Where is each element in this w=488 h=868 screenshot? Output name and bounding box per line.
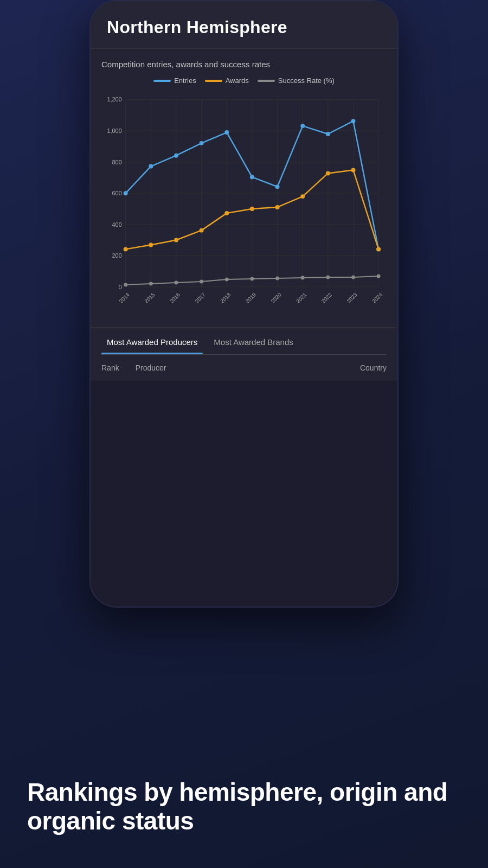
svg-text:200: 200 — [112, 252, 122, 259]
entry-dot-2017 — [200, 141, 204, 145]
phone-wrapper: Northern Hemisphere Competition entries,… — [89, 0, 399, 608]
svg-text:800: 800 — [112, 159, 122, 165]
tabs-row: Most Awarded Producers Most Awarded Bran… — [101, 328, 387, 355]
svg-text:1,000: 1,000 — [107, 127, 121, 134]
col-producer: Producer — [136, 363, 166, 372]
svg-text:2014: 2014 — [118, 291, 131, 304]
header-section: Northern Hemisphere — [91, 1, 397, 49]
chart-section: Competition entries, awards and success … — [91, 49, 397, 327]
entry-dot-2018 — [224, 130, 229, 135]
success-rate-line-icon — [258, 80, 275, 82]
legend-entries: Entries — [153, 76, 196, 85]
bottom-text-section: Rankings by hemisphere, origin and organ… — [0, 608, 488, 868]
entries-label: Entries — [174, 76, 196, 85]
col-country: Country — [360, 363, 387, 372]
sr-dot-2019 — [250, 277, 254, 280]
chart-container: 1,200 1,000 800 600 400 200 0 — [101, 91, 387, 319]
sr-dot-2014 — [124, 283, 127, 286]
tab-most-awarded-producers[interactable]: Most Awarded Producers — [101, 328, 203, 354]
table-header-left: Rank Producer — [101, 363, 166, 372]
award-dot-2017 — [200, 228, 204, 233]
sr-dot-2016 — [174, 280, 178, 284]
award-dot-2016 — [174, 238, 178, 242]
award-dot-2022 — [326, 171, 330, 175]
entry-dot-2021 — [300, 124, 305, 128]
table-header: Rank Producer Country — [91, 355, 397, 381]
svg-text:2023: 2023 — [345, 291, 358, 304]
sr-dot-2024 — [377, 275, 381, 278]
sr-dot-2023 — [351, 276, 355, 279]
tagline: Rankings by hemisphere, origin and organ… — [27, 778, 461, 835]
entry-dot-2023 — [351, 119, 355, 123]
tabs-section: Most Awarded Producers Most Awarded Bran… — [91, 327, 397, 355]
svg-text:400: 400 — [112, 221, 122, 228]
entry-dot-2016 — [174, 154, 178, 158]
svg-text:0: 0 — [119, 284, 122, 290]
entry-dot-2014 — [124, 191, 128, 195]
phone-frame: Northern Hemisphere Competition entries,… — [89, 0, 399, 608]
chart-svg: 1,200 1,000 800 600 400 200 0 — [101, 91, 387, 319]
svg-text:2019: 2019 — [245, 291, 258, 304]
entry-dot-2022 — [326, 132, 330, 136]
tab-most-awarded-brands[interactable]: Most Awarded Brands — [208, 328, 298, 354]
sr-dot-2022 — [326, 276, 330, 279]
sr-dot-2020 — [275, 277, 279, 280]
entries-line-icon — [153, 80, 171, 82]
col-rank: Rank — [101, 363, 119, 372]
award-dot-2015 — [149, 242, 153, 247]
svg-text:1,200: 1,200 — [107, 96, 121, 103]
entry-dot-2015 — [149, 164, 153, 169]
award-dot-2024 — [376, 247, 381, 251]
success-rate-label: Success Rate (%) — [278, 76, 335, 85]
svg-text:2016: 2016 — [169, 291, 182, 304]
page-title: Northern Hemisphere — [107, 17, 381, 37]
phone-screen: Northern Hemisphere Competition entries,… — [91, 1, 397, 607]
svg-text:2021: 2021 — [295, 291, 308, 304]
chart-title: Competition entries, awards and success … — [101, 60, 387, 69]
entry-dot-2019 — [250, 175, 254, 179]
awards-line-icon — [205, 80, 222, 82]
svg-text:2020: 2020 — [269, 291, 282, 304]
sr-dot-2015 — [149, 282, 153, 285]
svg-text:2018: 2018 — [219, 291, 232, 304]
svg-text:2017: 2017 — [194, 291, 207, 304]
award-dot-2018 — [224, 211, 229, 215]
awards-label: Awards — [226, 76, 249, 85]
svg-text:2015: 2015 — [143, 291, 156, 304]
award-dot-2023 — [351, 168, 355, 173]
legend-success-rate: Success Rate (%) — [258, 76, 335, 85]
award-dot-2021 — [300, 194, 305, 199]
sr-dot-2018 — [225, 277, 229, 281]
sr-dot-2017 — [200, 279, 203, 283]
award-dot-2019 — [250, 207, 254, 211]
svg-text:600: 600 — [112, 190, 122, 196]
svg-text:2024: 2024 — [371, 291, 384, 304]
award-dot-2014 — [124, 247, 128, 251]
award-dot-2020 — [275, 205, 280, 209]
chart-legend: Entries Awards Success Rate (%) — [101, 76, 387, 85]
entry-dot-2020 — [275, 184, 280, 189]
legend-awards: Awards — [205, 76, 249, 85]
svg-text:2022: 2022 — [320, 291, 333, 304]
sr-dot-2021 — [301, 276, 305, 280]
